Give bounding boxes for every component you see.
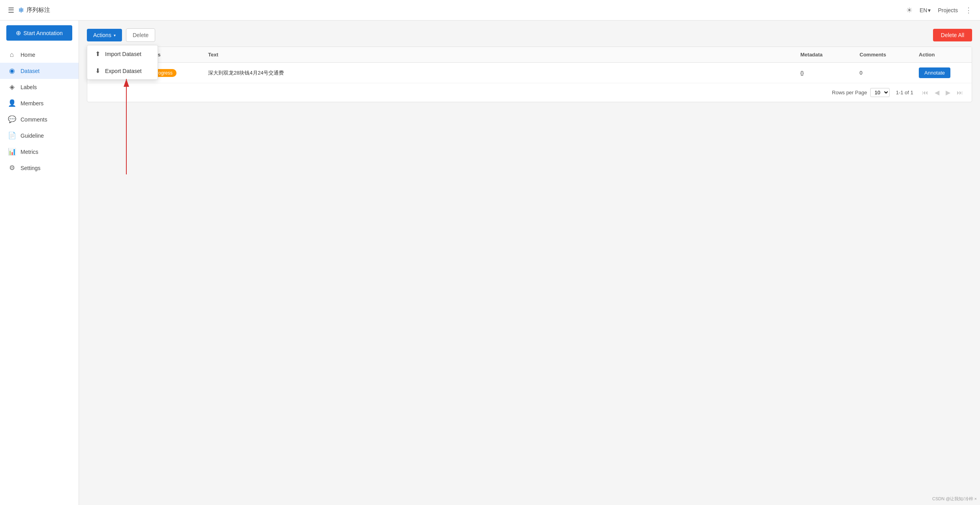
row-action-cell: Annotate (912, 63, 972, 83)
rows-per-page-label: Rows per Page (832, 90, 867, 95)
sidebar: ⊕ Start Annotation ⌂ Home ◉ Dataset ◈ La… (0, 21, 79, 505)
logo-icon: ❄ (18, 6, 24, 15)
pagination-info: 1-1 of 1 (896, 90, 913, 95)
watermark: CSDN @让我知/冷梓 × (932, 496, 977, 502)
settings-icon: ⚙ (8, 164, 16, 172)
labels-icon: ◈ (8, 83, 16, 91)
toolbar: Actions ▾ Delete ⬆ Import Dataset ⬇ Expo… (87, 28, 972, 42)
theme-toggle-icon[interactable]: ☀ (906, 6, 912, 15)
navbar-right: ☀ EN ▾ Projects ⋮ (906, 6, 972, 15)
dataset-icon: ◉ (8, 67, 16, 75)
rows-per-page-select[interactable]: 10 (870, 88, 890, 97)
pagination-buttons: ⏮ ◀ ▶ ⏭ (920, 88, 965, 97)
table-header: # Status Text Metadata Comments Action (87, 47, 972, 63)
row-comments-cell: 0 (853, 65, 912, 80)
sidebar-label-metrics: Metrics (21, 149, 38, 155)
guideline-icon: 📄 (8, 131, 16, 140)
sidebar-item-home[interactable]: ⌂ Home (0, 47, 79, 63)
annotate-button[interactable]: Annotate (919, 67, 950, 78)
table-row: 1 In progress 深大到双龙28块钱4月24号交通费 {} 0 Ann… (87, 63, 972, 83)
actions-label: Actions (93, 32, 111, 38)
first-page-button[interactable]: ⏮ (920, 88, 931, 97)
delete-all-button[interactable]: Delete All (933, 29, 972, 41)
data-table: # Status Text Metadata Comments Action 1… (87, 47, 972, 102)
sidebar-label-labels: Labels (21, 84, 37, 90)
toolbar-left: Actions ▾ Delete ⬆ Import Dataset ⬇ Expo… (87, 28, 155, 42)
import-icon: ⬆ (95, 50, 100, 58)
row-text-cell: 深大到双龙28块钱4月24号交通费 (202, 65, 794, 81)
column-header-metadata: Metadata (794, 47, 853, 62)
sidebar-label-guideline: Guideline (21, 133, 44, 139)
home-icon: ⌂ (8, 51, 16, 59)
export-dataset-label: Export Dataset (105, 68, 142, 74)
actions-dropdown: ⬆ Import Dataset ⬇ Export Dataset (87, 45, 158, 80)
app-logo: ❄ 序列标注 (18, 6, 50, 15)
start-annotation-icon: ⊕ (16, 29, 21, 37)
sidebar-item-metrics[interactable]: 📊 Metrics (0, 144, 79, 160)
sidebar-item-labels[interactable]: ◈ Labels (0, 79, 79, 95)
members-icon: 👤 (8, 99, 16, 107)
rows-per-page: Rows per Page 10 (832, 88, 890, 97)
import-dataset-item[interactable]: ⬆ Import Dataset (87, 45, 158, 62)
language-label: EN (920, 7, 927, 13)
projects-link[interactable]: Projects (938, 7, 958, 13)
import-dataset-label: Import Dataset (105, 51, 141, 57)
sidebar-label-dataset: Dataset (21, 68, 39, 74)
main-content: Actions ▾ Delete ⬆ Import Dataset ⬇ Expo… (79, 21, 980, 505)
row-metadata-cell: {} (794, 65, 853, 80)
language-caret-icon: ▾ (928, 7, 931, 13)
sidebar-label-members: Members (21, 100, 43, 107)
app-title: 序列标注 (26, 6, 50, 14)
sidebar-label-comments: Comments (21, 116, 47, 123)
next-page-button[interactable]: ▶ (943, 88, 953, 97)
actions-caret-icon: ▾ (114, 33, 116, 37)
language-selector[interactable]: EN ▾ (920, 7, 931, 13)
sidebar-label-home: Home (21, 52, 35, 58)
column-header-text: Text (202, 47, 794, 62)
pagination-bar: Rows per Page 10 1-1 of 1 ⏮ ◀ ▶ ⏭ (87, 83, 972, 102)
export-dataset-item[interactable]: ⬇ Export Dataset (87, 62, 158, 79)
column-header-comments: Comments (853, 47, 912, 62)
sidebar-item-dataset[interactable]: ◉ Dataset (0, 63, 79, 79)
start-annotation-label: Start Annotation (23, 30, 63, 36)
sidebar-item-comments[interactable]: 💬 Comments (0, 111, 79, 127)
metrics-icon: 📊 (8, 148, 16, 156)
menu-icon[interactable]: ☰ (8, 6, 14, 15)
last-page-button[interactable]: ⏭ (954, 88, 965, 97)
navbar: ☰ ❄ 序列标注 ☀ EN ▾ Projects ⋮ (0, 0, 980, 21)
sidebar-item-members[interactable]: 👤 Members (0, 95, 79, 111)
column-header-action: Action (912, 47, 972, 62)
start-annotation-button[interactable]: ⊕ Start Annotation (6, 25, 72, 41)
sidebar-item-guideline[interactable]: 📄 Guideline (0, 127, 79, 144)
app-body: ⊕ Start Annotation ⌂ Home ◉ Dataset ◈ La… (0, 21, 980, 505)
more-options-icon[interactable]: ⋮ (965, 6, 972, 15)
navbar-left: ☰ ❄ 序列标注 (8, 6, 50, 15)
actions-button[interactable]: Actions ▾ (87, 29, 122, 41)
sidebar-item-settings[interactable]: ⚙ Settings (0, 160, 79, 176)
export-icon: ⬇ (95, 67, 100, 75)
delete-button[interactable]: Delete (126, 28, 155, 42)
sidebar-label-settings: Settings (21, 165, 41, 171)
prev-page-button[interactable]: ◀ (932, 88, 942, 97)
comments-icon: 💬 (8, 115, 16, 123)
